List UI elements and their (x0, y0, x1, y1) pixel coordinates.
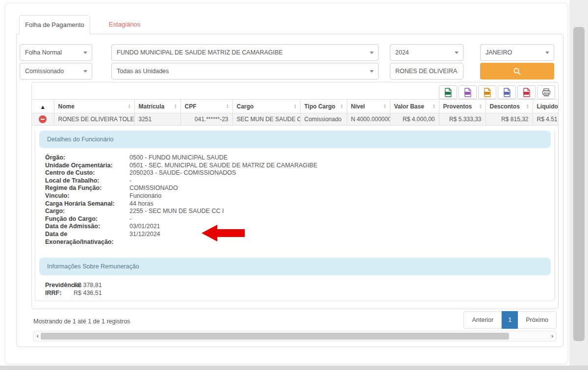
vertical-scrollbar-track[interactable] (569, 0, 588, 370)
tab-estagiarios-label: Estagiários (109, 21, 140, 28)
scroll-left-arrow-icon[interactable]: ‹ (36, 331, 39, 341)
horizontal-scrollbar[interactable]: ‹ › (33, 331, 557, 342)
search-button[interactable] (480, 63, 554, 79)
cell-cargo: SEC MUN DE SAUDE CC I (232, 113, 300, 126)
orgao-select[interactable]: FUNDO MUNICIPAL DE SAUDE MATRIZ DE CAMAR… (111, 44, 379, 61)
column-header-cargo[interactable]: Cargo▴▾ (232, 100, 300, 113)
page-number-button[interactable]: 1 (502, 311, 518, 329)
column-header-descontos[interactable]: Descontos▴▾ (486, 100, 533, 113)
column-header-valor-base[interactable]: Valor Base▴▾ (390, 100, 439, 113)
payroll-table-clip: ▲ Nome▴▾ Matrícula▴▾ CPF▴▾ Cargo▴▾ Tipo … (32, 99, 558, 126)
nome-search-input[interactable] (390, 63, 463, 79)
main-card: Folha de Pagamento Estagiários Folha Nor… (5, 3, 568, 364)
detail-row-cargo: Cargo:2255 - SEC MUN DE SAUDE CC I (45, 208, 555, 215)
printer-icon (542, 88, 551, 97)
sort-icon: ▴▾ (384, 104, 386, 109)
previous-page-button[interactable]: Anterior (463, 311, 502, 329)
csv-file-icon (484, 88, 491, 97)
detail-row-local-de-trabalho: Local de Trabalho:- (45, 177, 555, 185)
sort-asc-icon: ▲ (41, 105, 45, 109)
export-csv-button[interactable] (478, 85, 496, 99)
mes-select-wrap: JANEIRO (480, 44, 554, 61)
sort-icon: ▴▾ (433, 104, 435, 109)
column-header-cpf[interactable]: CPF▴▾ (180, 100, 232, 113)
column-header-tipo-cargo[interactable]: Tipo Cargo▴▾ (300, 100, 347, 113)
employee-details-region: Detalhes do Funcionário Órgão:0500 - FUN… (35, 131, 555, 301)
column-header-liquido[interactable]: Líquido (533, 100, 558, 113)
export-excel-button[interactable] (439, 85, 457, 99)
print-button[interactable] (537, 85, 555, 99)
unidade-select[interactable]: Todas as Unidades (111, 63, 379, 79)
results-card: ▲ Nome▴▾ Matrícula▴▾ CPF▴▾ Cargo▴▾ Tipo … (31, 82, 559, 309)
sort-icon: ▴▾ (480, 104, 482, 109)
filter-row-1: Folha Normal FUNDO MUNICIPAL DE SAUDE MA… (20, 44, 554, 61)
records-info-text: Mostrando de 1 até 1 de 1 registros (33, 318, 130, 325)
sort-icon: ▴▾ (227, 104, 229, 109)
search-icon (513, 67, 521, 76)
cell-cpf: 041.******-23 (180, 113, 232, 126)
vertical-scrollbar-thumb[interactable] (573, 27, 585, 341)
column-header-nome[interactable]: Nome▴▾ (54, 100, 134, 113)
remuneracao-section-title: Informações Sobre Remuneração (47, 263, 139, 270)
tipo-folha-select[interactable]: Folha Normal (20, 44, 92, 61)
app-viewport: Folha de Pagamento Estagiários Folha Nor… (0, 0, 588, 370)
cell-proventos: R$ 5.333,33 (439, 113, 486, 126)
detail-row-vinculo: Vínculo:Funcionário (45, 192, 555, 200)
orgao-select-wrap: FUNDO MUNICIPAL DE SAUDE MATRIZ DE CAMAR… (111, 44, 379, 61)
export-html-button[interactable] (498, 85, 516, 99)
cell-tipo-cargo: Comissionado (300, 113, 347, 126)
bottom-window-edge (0, 366, 588, 370)
export-pdf-button[interactable] (517, 85, 536, 99)
horizontal-scrollbar-thumb[interactable] (41, 333, 509, 340)
column-header-expander[interactable]: ▲ (32, 100, 54, 113)
cell-nivel: N 4000.000000 (347, 113, 390, 126)
tab-folha-label: Folha de Pagamento (25, 21, 84, 28)
cell-valor-base: R$ 4.000,00 (390, 113, 439, 126)
details-section-title: Detalhes do Funcionário (47, 136, 114, 143)
html-file-icon (503, 88, 511, 97)
collapse-row-icon[interactable] (39, 115, 47, 123)
red-annotation-arrow-icon (202, 225, 245, 241)
detail-row-centro-de-custo: Centro de Custo:2050203 - SAUDE- COMISSI… (45, 169, 555, 177)
tipo-servidor-select-wrap: Comissionado (20, 63, 92, 79)
detail-row-orgao: Órgão:0500 - FUNDO MUNICIPAL SAUDE (45, 154, 555, 162)
sort-icon: ▴▾ (527, 104, 529, 109)
export-toolbar (32, 82, 558, 99)
mes-select[interactable]: JANEIRO (480, 44, 554, 61)
remuneracao-section-header: Informações Sobre Remuneração (39, 258, 551, 275)
details-fields: Órgão:0500 - FUNDO MUNICIPAL SAUDE Unida… (45, 154, 555, 246)
detail-row-carga-horaria: Carga Horária Semanal:44 horas (45, 200, 555, 208)
pagination: Anterior 1 Próximo (463, 311, 557, 329)
tab-folha-de-pagamento[interactable]: Folha de Pagamento (19, 15, 90, 34)
sort-icon: ▴▾ (128, 104, 130, 109)
row-expander-cell (32, 113, 54, 126)
next-page-button[interactable]: Próximo (518, 311, 557, 329)
column-header-nivel[interactable]: Nível▴▾ (347, 100, 390, 113)
remuneracao-row-previdencia: Previdência:R$ 378,81 (45, 281, 555, 289)
pdf-file-icon (523, 88, 531, 97)
unidade-select-wrap: Todas as Unidades (111, 63, 379, 79)
detail-row-data-de-exoneracao: Data de Exoneração/Inativação:31/12/2024 (45, 231, 555, 246)
excel-file-icon (444, 88, 452, 97)
sort-icon: ▴▾ (341, 104, 343, 109)
detail-row-regime-da-funcao: Regime da Função:COMISSIONADO (45, 185, 555, 192)
ano-select[interactable]: 2024 (390, 44, 463, 61)
tab-content-panel: Folha Normal FUNDO MUNICIPAL DE SAUDE MA… (16, 34, 563, 347)
detail-row-funcao-do-cargo: Função do Cargo:- (45, 215, 555, 223)
tipo-servidor-select[interactable]: Comissionado (20, 63, 92, 79)
ano-select-wrap: 2024 (390, 44, 463, 61)
scroll-right-arrow-icon[interactable]: › (551, 331, 554, 341)
remuneracao-row-irrf: IRRF:R$ 436,51 (45, 289, 555, 297)
column-header-proventos[interactable]: Proventos▴▾ (439, 100, 486, 113)
cell-liquido: R$ 4.51 (533, 113, 558, 126)
detail-row-unidade-orcamentaria: Unidade Orçamentária:0501 - SEC. MUNICIP… (45, 162, 555, 170)
xml-file-icon (464, 88, 472, 97)
tab-estagiarios[interactable]: Estagiários (102, 15, 147, 34)
export-xml-button[interactable] (459, 85, 477, 99)
cell-descontos: R$ 815,32 (486, 113, 533, 126)
tipo-folha-select-wrap: Folha Normal (20, 44, 92, 61)
remuneracao-items: Previdência:R$ 378,81 IRRF:R$ 436,51 (45, 281, 555, 297)
column-header-matricula[interactable]: Matrícula▴▾ (134, 100, 180, 113)
details-section-header: Detalhes do Funcionário (39, 131, 551, 148)
table-row[interactable]: RONES DE OLIVEIRA TOLEDO 3251 041.******… (32, 113, 558, 126)
